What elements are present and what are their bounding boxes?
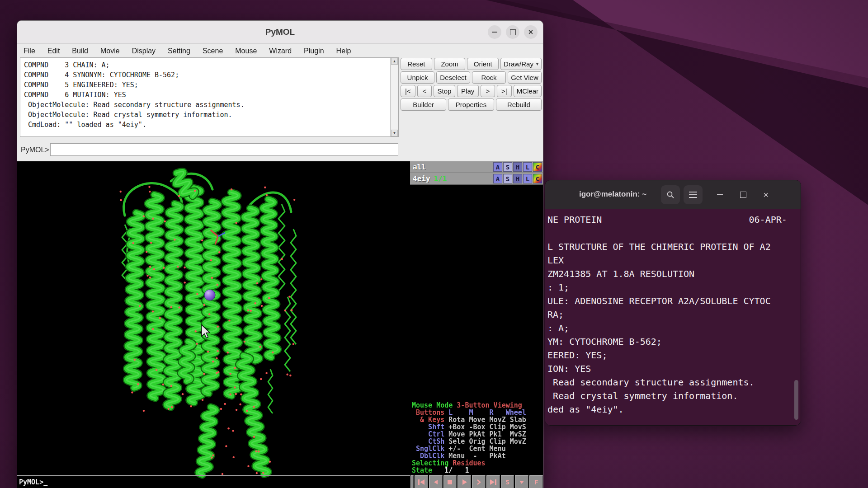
object-state: 1/1	[434, 174, 447, 183]
mouse-help-line: Mouse Mode 3-Button Viewing	[412, 402, 526, 409]
control-button-stop[interactable]: Stop	[434, 85, 455, 97]
control-button-mclear[interactable]: MClear	[514, 85, 542, 97]
object-row-all[interactable]: allASHLC	[410, 161, 543, 173]
terminal-body[interactable]: NE PROTEIN 06-APR- L STRUCTURE OF THE CH…	[545, 209, 801, 425]
mouse-help-line: & Keys Rota Move MovZ Slab	[412, 416, 526, 423]
viewer-area: PyMOL>_ allASHLC4eiy1/1ASHLC Mouse Mode …	[17, 161, 543, 488]
playback-down-icon[interactable]	[515, 475, 528, 488]
control-button-properties[interactable]: Properties	[448, 99, 494, 111]
object-name[interactable]: 4eiy	[410, 174, 430, 183]
object-4eiy-button-a[interactable]: A	[493, 174, 502, 183]
minimize-icon	[492, 32, 497, 33]
menu-item-file[interactable]: File	[24, 47, 35, 55]
control-button-btn[interactable]: >	[481, 85, 495, 97]
menu-item-help[interactable]: Help	[336, 47, 351, 55]
command-input[interactable]	[50, 143, 398, 156]
menu-item-build[interactable]: Build	[72, 47, 88, 55]
object-4eiy-button-c[interactable]: C	[533, 174, 542, 183]
close-icon: ×	[763, 190, 769, 199]
maximize-button[interactable]	[506, 25, 519, 39]
object-list: allASHLC4eiy1/1ASHLC	[410, 161, 543, 185]
terminal-output: NE PROTEIN 06-APR- L STRUCTURE OF THE CH…	[545, 209, 801, 416]
minimize-button[interactable]	[488, 25, 501, 39]
control-button-rock[interactable]: Rock	[472, 71, 506, 84]
log-output[interactable]: COMPND 3 CHAIN: A; COMPND 4 SYNONYM: CYT…	[20, 57, 399, 137]
menu-item-scene[interactable]: Scene	[203, 47, 223, 55]
object-all-button-l[interactable]: L	[523, 162, 532, 172]
pymol-window-title: PyMOL	[17, 27, 543, 37]
playback-play-icon[interactable]	[458, 475, 471, 488]
control-button-btn[interactable]: >|	[497, 85, 512, 97]
mouse-help-line: SnglClk +/- Cent Menu	[412, 445, 526, 452]
mouse-help-line: DblClk Menu - PkAt	[412, 452, 526, 460]
playback-step-back-icon[interactable]	[429, 475, 443, 488]
scroll-up-button[interactable]: ▲	[391, 58, 398, 65]
control-button-deselect[interactable]: Deselect	[436, 71, 470, 84]
control-button-reset[interactable]: Reset	[401, 58, 432, 70]
object-4eiy-button-s[interactable]: S	[503, 174, 512, 183]
playback-step-forward-icon[interactable]	[472, 475, 486, 488]
mouse-help-line: State 1/ 1	[412, 467, 526, 474]
playback-stop-icon[interactable]	[443, 475, 457, 488]
menu-item-display[interactable]: Display	[132, 47, 156, 55]
menu-button[interactable]	[684, 185, 703, 204]
playback-end-cap	[410, 475, 414, 488]
mouse-help-line: Selecting Residues	[412, 460, 526, 467]
control-row: |<<StopPlay>>|MClear	[401, 85, 542, 97]
mouse-help-line: Shft +Box -Box Clip MovS	[412, 423, 526, 431]
object-4eiy-button-h[interactable]: H	[513, 174, 522, 183]
menu-item-movie[interactable]: Movie	[100, 47, 120, 55]
terminal-maximize-button[interactable]	[734, 185, 752, 204]
mouse-help-line: Buttons L M R Wheel	[412, 409, 526, 416]
object-all-button-h[interactable]: H	[513, 162, 522, 172]
terminal-close-button[interactable]: ×	[757, 185, 775, 204]
molecule-viewport[interactable]	[17, 161, 410, 488]
maximize-icon	[740, 192, 746, 198]
viewer-prompt: PyMOL>_	[19, 478, 47, 486]
playback-skip-start-icon[interactable]	[415, 475, 428, 488]
menu-item-mouse[interactable]: Mouse	[235, 47, 257, 55]
chevron-down-icon: ▾	[536, 61, 538, 66]
terminal-scrollbar[interactable]	[794, 380, 798, 420]
menu-item-wizard[interactable]: Wizard	[269, 47, 292, 55]
control-row: UnpickDeselectRockGet View	[401, 71, 542, 84]
playback-skip-end-icon[interactable]	[486, 475, 500, 488]
object-action-buttons: ASHLC	[493, 174, 542, 183]
terminal-title: igor@melatonin: ~	[579, 190, 646, 199]
close-button[interactable]: ×	[524, 25, 538, 39]
search-button[interactable]	[661, 185, 680, 204]
menu-item-edit[interactable]: Edit	[47, 47, 60, 55]
control-button-builder[interactable]: Builder	[401, 99, 446, 111]
object-name[interactable]: all	[410, 163, 426, 171]
terminal-titlebar[interactable]: igor@melatonin: ~ ×	[545, 180, 801, 210]
menu-item-plugin[interactable]: Plugin	[304, 47, 324, 55]
menu-item-setting[interactable]: Setting	[168, 47, 190, 55]
control-button-unpick[interactable]: Unpick	[401, 71, 434, 84]
control-button-rebuild[interactable]: Rebuild	[496, 99, 542, 111]
object-4eiy-button-l[interactable]: L	[523, 174, 532, 183]
scroll-down-button[interactable]: ▼	[391, 130, 398, 136]
control-button-btn[interactable]: |<	[401, 85, 415, 97]
log-text: COMPND 3 CHAIN: A; COMPND 4 SYNONYM: CYT…	[20, 58, 398, 132]
object-all-button-a[interactable]: A	[493, 162, 502, 172]
control-button-btn[interactable]: <	[417, 85, 432, 97]
playback-s-button[interactable]: S	[501, 475, 514, 488]
control-button-play[interactable]: Play	[457, 85, 479, 97]
control-button-orient[interactable]: Orient	[467, 58, 499, 70]
hamburger-icon	[689, 192, 697, 198]
control-button-draw-ray[interactable]: Draw/Ray▾	[500, 58, 542, 70]
terminal-minimize-button[interactable]	[711, 185, 729, 204]
playback-controls: SF	[410, 475, 543, 488]
object-panel: allASHLC4eiy1/1ASHLC Mouse Mode 3-Button…	[410, 161, 543, 488]
mouse-help-line: CtSh Sele Orig Clip MovZ	[412, 438, 526, 445]
pymol-titlebar[interactable]: PyMOL ×	[17, 21, 543, 44]
search-icon	[666, 191, 675, 199]
object-all-button-s[interactable]: S	[503, 162, 512, 172]
control-button-get-view[interactable]: Get View	[508, 71, 542, 84]
control-button-zoom[interactable]: Zoom	[434, 58, 466, 70]
object-all-button-c[interactable]: C	[533, 162, 542, 172]
playback-f-button[interactable]: F	[529, 475, 543, 488]
object-row-4eiy[interactable]: 4eiy1/1ASHLC	[410, 173, 543, 185]
object-action-buttons: ASHLC	[493, 162, 542, 172]
log-scrollbar[interactable]: ▲ ▼	[390, 58, 398, 136]
